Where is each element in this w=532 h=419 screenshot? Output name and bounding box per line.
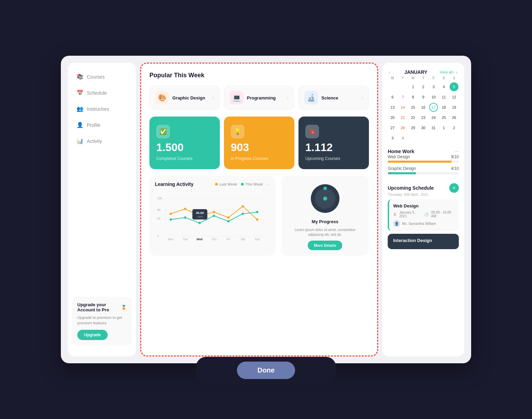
in-progress-label: In Progress Courses (231, 156, 288, 161)
homework-title: Home Work (388, 149, 414, 154)
sidebar-item-schedule-label: Schedule (87, 90, 107, 96)
calendar-day[interactable]: 15 (409, 103, 417, 112)
svg-text:35.00: 35.00 (196, 211, 204, 215)
chart-svg: 100 60 40 0 (155, 191, 270, 247)
calendar-day[interactable]: 5 (450, 82, 458, 91)
homework-item: Web Design 9/10 (388, 154, 459, 163)
upcoming-courses-card: 🔖 1.112 Upcoming Courses (298, 117, 369, 169)
calendar-day[interactable]: 13 (388, 103, 397, 112)
arrow-icon-2: › (287, 95, 289, 100)
in-progress-number: 903 (231, 142, 288, 153)
completed-icon: ✅ (156, 125, 170, 138)
svg-point-21 (256, 211, 258, 213)
calendar-day[interactable]: 3 (388, 134, 397, 143)
hw-score: 9/10 (451, 154, 459, 159)
add-schedule-button[interactable]: + (449, 183, 459, 193)
sidebar-item-courses[interactable]: 📚 Courses (72, 69, 132, 84)
calendar-day[interactable]: 17 (429, 103, 438, 112)
chart-header: Learning Activity Last Week This Week ··… (155, 181, 270, 187)
instructor-avatar: 👤 (393, 220, 400, 227)
upcoming-label: Upcoming Courses (305, 156, 362, 161)
svg-point-8 (170, 213, 172, 215)
homework-menu[interactable]: ··· (454, 148, 459, 154)
chart-more-icon[interactable]: ··· (267, 182, 270, 186)
calendar-day[interactable]: 25 (439, 113, 448, 122)
calendar-icon: 🗓 (393, 213, 397, 216)
done-button[interactable]: Done (237, 362, 295, 379)
calendar-day[interactable]: 12 (450, 93, 458, 102)
calendar-day[interactable]: 28 (398, 123, 407, 132)
hw-score: 4/10 (451, 166, 459, 171)
calendar-day[interactable]: 24 (429, 113, 438, 122)
calendar-day-header: M (388, 75, 397, 81)
calendar-day[interactable]: 2 (419, 82, 428, 91)
calendar-day[interactable]: 22 (409, 113, 417, 122)
calendar-day[interactable]: 21 (398, 113, 407, 122)
calendar-day[interactable]: 10 (429, 93, 438, 102)
calendar-day[interactable]: 20 (388, 113, 397, 122)
popular-card-science[interactable]: 🔬 Science › (298, 86, 369, 110)
done-overlay: Done (196, 357, 336, 384)
popular-card-graphic-design[interactable]: 🎨 Graphic Design › (149, 86, 220, 110)
calendar-day-header: W (408, 75, 418, 81)
calendar-day[interactable]: 1 (409, 82, 417, 91)
calendar-day[interactable]: 18 (439, 103, 448, 112)
svg-text:Tue: Tue (183, 238, 188, 241)
in-progress-courses-card: 💡 903 In Progress Courses (224, 117, 294, 169)
sidebar-item-instructors[interactable]: 👥 Instructors (72, 102, 132, 116)
calendar-day[interactable]: 27 (388, 123, 397, 132)
calendar-day[interactable]: 16 (419, 103, 428, 112)
calendar-day[interactable]: 4 (398, 134, 407, 143)
schedule-header: Upcoming Schedule + (388, 183, 459, 193)
calendar-day[interactable]: 11 (439, 93, 448, 102)
svg-text:40: 40 (157, 217, 161, 220)
chart-legend: Last Week This Week ··· (215, 182, 270, 186)
calendar-day[interactable]: 3 (429, 82, 438, 91)
calendar-day[interactable]: 26 (450, 113, 458, 122)
calendar-prev[interactable]: ‹ (388, 69, 392, 75)
center-panel: Popular This Week 🎨 Graphic Design › 💻 P… (140, 63, 378, 356)
svg-point-17 (198, 222, 201, 224)
calendar-day[interactable]: 1 (439, 123, 448, 132)
upgrade-box: Upgrade your Account to Pro 🏅 Upgrade to… (72, 297, 132, 346)
svg-text:60: 60 (157, 208, 161, 212)
instructors-icon: 👥 (77, 106, 83, 112)
science-label: Science (321, 95, 338, 100)
calendar-day[interactable]: 14 (398, 103, 407, 112)
popular-card-programming[interactable]: 💻 Programming › (224, 86, 294, 110)
calendar-day[interactable]: 19 (450, 103, 458, 112)
graphic-design-label: Graphic Design (172, 95, 205, 100)
more-details-button[interactable]: More Details (308, 241, 342, 250)
popular-section: Popular This Week (149, 72, 369, 79)
completed-label: Completed Courses (156, 156, 213, 161)
calendar-day-header: F (429, 75, 438, 81)
homework-header: Home Work ··· (388, 148, 459, 154)
calendar-day[interactable]: 2 (450, 123, 458, 132)
svg-text:-25%: -25% (197, 215, 203, 218)
calendar-grid: MTWTFSS123456789101112131415161718192021… (388, 75, 459, 143)
calendar-next[interactable]: › (454, 69, 459, 75)
sidebar-item-profile[interactable]: 👤 Profile (72, 118, 132, 132)
profile-icon: 👤 (77, 122, 83, 128)
calendar-day[interactable]: 9 (419, 93, 428, 102)
calendar-day[interactable]: 30 (419, 123, 428, 132)
view-all-link[interactable]: View all › (440, 70, 454, 74)
upgrade-desc: Upgrade to premium to get premium featur… (77, 315, 127, 326)
calendar-day[interactable]: 7 (398, 93, 407, 102)
sidebar-item-activity-label: Activity (87, 138, 102, 144)
schedule-event-interaction-design: Interaction Design (388, 234, 459, 249)
calendar-day (398, 82, 407, 91)
calendar-day[interactable]: 6 (388, 93, 397, 102)
calendar-day[interactable]: 8 (409, 93, 417, 102)
sidebar-item-activity[interactable]: 📊 Activity (72, 134, 132, 148)
calendar-day[interactable]: 29 (409, 123, 417, 132)
calendar-day-header: S (449, 75, 459, 81)
sidebar-item-schedule[interactable]: 📅 Schedule (72, 85, 132, 100)
calendar-day[interactable]: 31 (429, 123, 438, 132)
svg-point-16 (184, 216, 186, 219)
calendar-day[interactable]: 4 (439, 82, 448, 91)
calendar-day[interactable]: 23 (419, 113, 428, 122)
stat-cards: ✅ 1.500 Completed Courses 💡 903 In Progr… (149, 117, 369, 169)
upcoming-icon: 🔖 (305, 125, 319, 138)
upgrade-button[interactable]: Upgrade (77, 330, 108, 340)
